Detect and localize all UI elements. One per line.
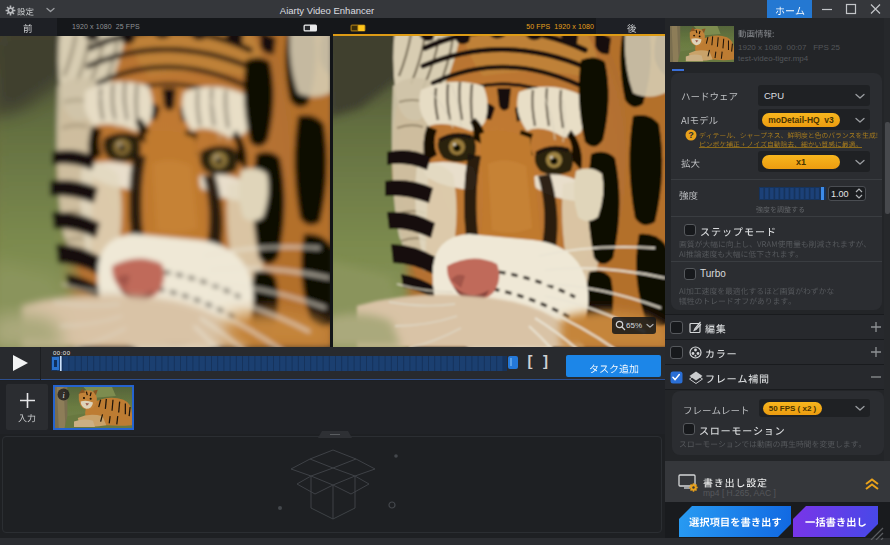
svg-text:?: ? — [688, 130, 694, 140]
svg-text:i: i — [62, 391, 64, 400]
